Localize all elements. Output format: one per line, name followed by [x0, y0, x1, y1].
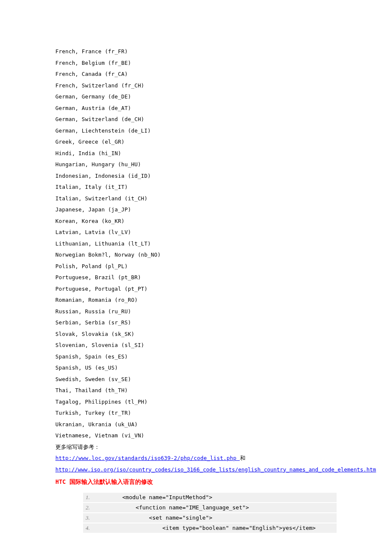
locale-item: Italian, Italy (it_IT) [55, 185, 337, 190]
code-line: 1.<module name="InputMethod"> [83, 493, 337, 503]
locale-item: Korean, Korea (ko_KR) [55, 219, 337, 224]
more-reference-text: 更多缩写请参考： [55, 445, 337, 450]
locale-item: Thai, Thailand (th_TH) [55, 388, 337, 393]
code-line-number: 2. [83, 503, 122, 512]
locale-item: French, France (fr_FR) [55, 49, 337, 55]
locale-item: Spanish, Spain (es_ES) [55, 354, 337, 360]
locale-item: Hungarian, Hungary (hu_HU) [55, 162, 337, 168]
code-line-number: 1. [83, 493, 122, 502]
code-line-number: 3. [83, 513, 122, 523]
locale-item: Polish, Poland (pl_PL) [55, 264, 337, 269]
locale-item: Japanese, Japan (ja_JP) [55, 207, 337, 213]
code-line-number: 4. [83, 523, 122, 533]
locale-item: Turkish, Turkey (tr_TR) [55, 410, 337, 416]
locale-item: Portuguese, Brazil (pt_BR) [55, 275, 337, 280]
locale-item: German, Austria (de_AT) [55, 106, 337, 111]
link-line-1: http://www.loc.gov/standards/iso639-2/ph… [55, 456, 337, 461]
code-line-content: <module name="InputMethod"> [122, 493, 212, 502]
section-heading: HTC 国际输入法默认输入语言的修改 [55, 478, 337, 486]
locale-list: French, France (fr_FR)French, Belgium (f… [55, 49, 337, 439]
locale-item: Spanish, US (es_US) [55, 365, 337, 371]
locale-item: French, Switzerland (fr_CH) [55, 83, 337, 89]
locale-item: French, Belgium (fr_BE) [55, 61, 337, 66]
code-line: 2. <function name="IME_language_set"> [83, 503, 337, 513]
locale-item: Indonesian, Indonesia (id_ID) [55, 173, 337, 179]
code-line: 4. <item type="boolean" name="English">y… [83, 523, 337, 534]
locale-item: Portuguese, Portugal (pt_PT) [55, 286, 337, 292]
code-block: 1.<module name="InputMethod">2. <functio… [83, 493, 337, 534]
locale-item: Romanian, Romania (ro_RO) [55, 298, 337, 303]
locale-item: Slovak, Slovakia (sk_SK) [55, 332, 337, 337]
locale-item: Slovenian, Slovenia (sl_SI) [55, 343, 337, 348]
locale-item: Lithuanian, Lithuania (lt_LT) [55, 241, 337, 247]
locale-item: Swedish, Sweden (sv_SE) [55, 377, 337, 382]
document-page: French, France (fr_FR)French, Belgium (f… [0, 0, 392, 555]
locale-item: Hindi, India (hi_IN) [55, 151, 337, 156]
locale-item: German, Germany (de_DE) [55, 94, 337, 100]
locale-item: Greek, Greece (el_GR) [55, 139, 337, 145]
locale-item: Russian, Russia (ru_RU) [55, 309, 337, 315]
code-line-content: <item type="boolean" name="English">yes<… [122, 523, 316, 533]
locale-item: Vietnamese, Vietnam (vi_VN) [55, 433, 337, 439]
code-line: 3. <set name="single"> [83, 513, 337, 523]
locale-item: Latvian, Latvia (lv_LV) [55, 230, 337, 235]
link1-suffix: 和 [240, 455, 245, 461]
locale-item: Ukranian, Ukrania (uk_UA) [55, 422, 337, 428]
code-line-content: <set name="single"> [122, 513, 212, 523]
locale-item: French, Canada (fr_CA) [55, 72, 337, 77]
iso639-link[interactable]: http://www.loc.gov/standards/iso639-2/ph… [55, 455, 240, 461]
locale-item: Italian, Switzerland (it_CH) [55, 196, 337, 202]
locale-item: Serbian, Serbia (sr_RS) [55, 320, 337, 326]
iso3166-link[interactable]: http://www.iso.org/iso/country_codes/iso… [55, 467, 337, 473]
locale-item: German, Switzerland (de_CH) [55, 117, 337, 122]
locale-item: Norwegian Bokm?l, Norway (nb_NO) [55, 252, 337, 258]
locale-item: German, Liechtenstein (de_LI) [55, 128, 337, 134]
code-line-content: <function name="IME_language_set"> [122, 503, 249, 512]
locale-item: Tagalog, Philippines (tl_PH) [55, 399, 337, 405]
